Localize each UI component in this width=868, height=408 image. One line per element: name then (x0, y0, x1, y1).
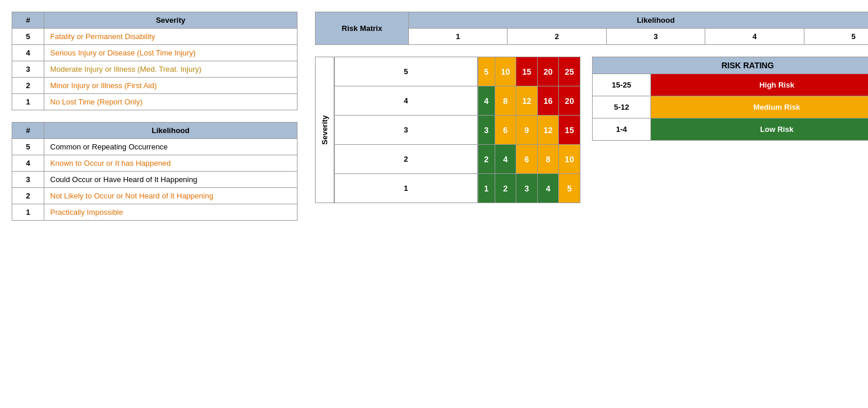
table-row: 3 Could Occur or Have Heard of It Happen… (12, 172, 298, 188)
table-row: 2 (335, 145, 478, 174)
matrix-cell: 8 (495, 86, 516, 116)
severity-num: 5 (12, 29, 44, 45)
risk-rating-table: RISK RATING 15-25 High Risk 5-12 Medium … (592, 57, 868, 141)
matrix-cell: 10 (495, 57, 516, 86)
severity-label: Moderate Injury or Illness (Med. Treat. … (44, 61, 298, 78)
risk-range: 1-4 (592, 118, 650, 141)
likelihood-num-header: 2 (508, 29, 606, 45)
severity-label: Minor Injury or Illness (First Aid) (44, 78, 298, 94)
risk-range: 15-25 (592, 74, 650, 96)
matrix-left-nums: 54321 (334, 57, 478, 203)
likelihood-label: Practically Impossible (44, 204, 298, 221)
table-row: 15-25 High Risk (592, 74, 868, 96)
table-row: 1 Practically Impossible (12, 204, 298, 221)
matrix-cell: 10 (559, 145, 580, 174)
risk-range: 5-12 (592, 96, 650, 118)
matrix-cell: 20 (537, 57, 559, 86)
likelihood-label: Could Occur or Have Heard of It Happenin… (44, 172, 298, 188)
severity-table: # Severity 5 Fatality or Permanent Disab… (12, 12, 298, 110)
table-row: 1 No Lost Time (Report Only) (12, 94, 298, 110)
likelihood-num: 4 (12, 155, 44, 172)
matrix-cell: 16 (537, 86, 559, 116)
likelihood-header: Likelihood (409, 12, 869, 29)
main-layout: # Severity 5 Fatality or Permanent Disab… (12, 12, 856, 221)
table-row: 1-4 Low Risk (592, 118, 868, 141)
matrix-cell: 4 (495, 145, 516, 174)
matrix-cell: 20 (559, 86, 580, 116)
table-row: 4 Known to Occur or It has Happened (12, 155, 298, 172)
severity-col2-header: Severity (44, 12, 298, 29)
risk-label: Medium Risk (650, 96, 868, 118)
matrix-cell: 4 (537, 174, 559, 203)
likelihood-num-header: 4 (705, 29, 804, 45)
table-row: 246810 (478, 145, 580, 174)
right-panel: Risk Matrix Likelihood 12345 Severity 54… (315, 12, 868, 221)
matrix-cell: 2 (495, 174, 516, 203)
matrix-wrapper: Severity 54321 5101520254812162036912152… (315, 57, 580, 203)
matrix-grid: 51015202548121620369121524681012345 (478, 57, 580, 203)
likelihood-num: 5 (12, 139, 44, 155)
risk-label: Low Risk (650, 118, 868, 141)
matrix-container: Severity 54321 5101520254812162036912152… (315, 57, 580, 203)
severity-label: No Lost Time (Report Only) (44, 94, 298, 110)
matrix-cell: 3 (516, 174, 538, 203)
matrix-cell: 25 (559, 57, 580, 86)
table-row: 2 Minor Injury or Illness (First Aid) (12, 78, 298, 94)
matrix-cell: 5 (559, 174, 580, 203)
likelihood-label: Known to Occur or It has Happened (44, 155, 298, 172)
table-row: 5 Fatality or Permanent Disability (12, 29, 298, 45)
matrix-severity-num: 2 (335, 145, 478, 174)
table-row: 4 (335, 86, 478, 116)
likelihood-num: 2 (12, 188, 44, 204)
matrix-cell: 6 (516, 145, 538, 174)
likelihood-num: 3 (12, 172, 44, 188)
severity-num: 4 (12, 45, 44, 61)
table-row: 3691215 (478, 116, 580, 145)
likelihood-num-header: 1 (409, 29, 508, 45)
matrix-cell: 3 (478, 116, 495, 145)
severity-axis-label: Severity (315, 57, 334, 203)
risk-matrix-label: Risk Matrix (316, 12, 409, 45)
matrix-cell: 1 (478, 174, 495, 203)
matrix-severity-num: 1 (335, 174, 478, 203)
severity-label: Fatality or Permanent Disability (44, 29, 298, 45)
table-row: 5 Common or Repeating Occurrence (12, 139, 298, 155)
table-row: 4 Serious Injury or Disease (Lost Time I… (12, 45, 298, 61)
risk-label: High Risk (650, 74, 868, 96)
matrix-cell: 4 (478, 86, 495, 116)
likelihood-label: Not Likely to Occur or Not Heard of It H… (44, 188, 298, 204)
likelihood-num-header: 3 (606, 29, 705, 45)
table-row: 3 (335, 116, 478, 145)
risk-matrix-header-table: Risk Matrix Likelihood 12345 (315, 12, 868, 45)
table-row: 3 Moderate Injury or Illness (Med. Treat… (12, 61, 298, 78)
table-row: 5-12 Medium Risk (592, 96, 868, 118)
likelihood-table: # Likelihood 5 Common or Repeating Occur… (12, 122, 298, 221)
likelihood-col1-header: # (12, 123, 44, 139)
matrix-cell: 5 (478, 57, 495, 86)
severity-num: 3 (12, 61, 44, 78)
matrix-severity-num: 5 (335, 57, 478, 86)
matrix-cell: 15 (559, 116, 580, 145)
matrix-severity-num: 3 (335, 116, 478, 145)
likelihood-col2-header: Likelihood (44, 123, 298, 139)
matrix-cell: 12 (537, 116, 559, 145)
table-row: 12345 (478, 174, 580, 203)
table-row: 5 (335, 57, 478, 86)
table-row: 48121620 (478, 86, 580, 116)
severity-col1-header: # (12, 12, 44, 29)
severity-num: 1 (12, 94, 44, 110)
table-row: 510152025 (478, 57, 580, 86)
matrix-cell: 8 (537, 145, 559, 174)
left-panel: # Severity 5 Fatality or Permanent Disab… (12, 12, 298, 221)
matrix-cell: 2 (478, 145, 495, 174)
right-bottom: Severity 54321 5101520254812162036912152… (315, 57, 868, 203)
table-row: 2 Not Likely to Occur or Not Heard of It… (12, 188, 298, 204)
risk-rating-header: RISK RATING (592, 57, 868, 74)
matrix-cell: 9 (516, 116, 538, 145)
matrix-cell: 12 (516, 86, 538, 116)
likelihood-label: Common or Repeating Occurrence (44, 139, 298, 155)
matrix-severity-num: 4 (335, 86, 478, 116)
likelihood-num-header: 5 (804, 29, 868, 45)
severity-label: Serious Injury or Disease (Lost Time Inj… (44, 45, 298, 61)
matrix-cell: 6 (495, 116, 516, 145)
